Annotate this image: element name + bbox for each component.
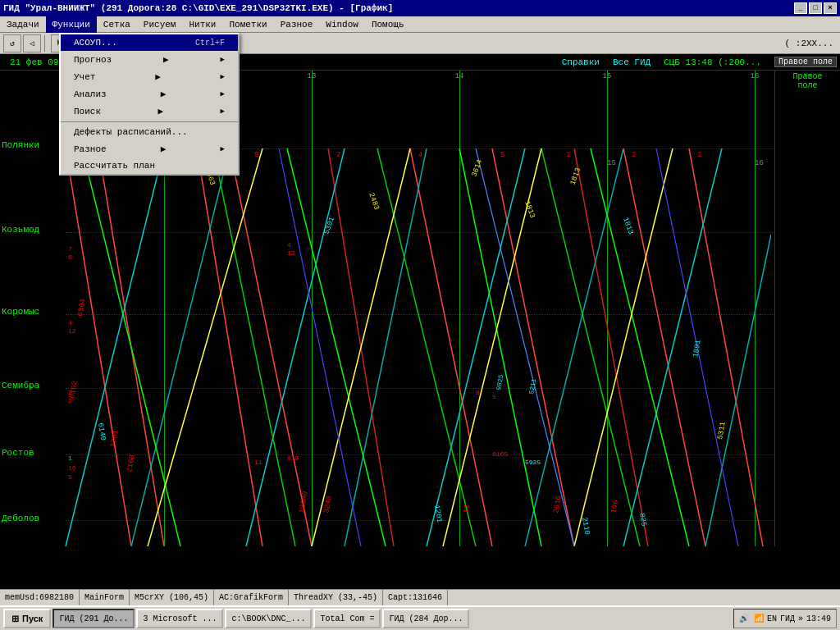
window-title: ГИД "Урал-ВНИИЖТ" (291 Дорога:28 C:\GID\… bbox=[3, 3, 393, 13]
svg-line-24 bbox=[591, 148, 689, 546]
sys-tray-icons: 🔊 📶 bbox=[739, 614, 764, 623]
status-acgrafik: AC:GrafikForm bbox=[214, 590, 289, 605]
refresh-button[interactable]: ↺ bbox=[3, 34, 21, 52]
svg-line-2 bbox=[197, 148, 262, 546]
menu-raznoe[interactable]: Разное bbox=[274, 16, 320, 33]
taskbar-book[interactable]: c:\BOOK\DNC_... bbox=[225, 609, 312, 628]
menu-prognoz-label: Прогноз bbox=[74, 55, 112, 65]
menu-asoup[interactable]: АСОУП... Ctrl+F bbox=[61, 34, 238, 51]
svg-line-7 bbox=[574, 148, 648, 546]
right-panel-toggle[interactable]: Правое поле bbox=[774, 57, 837, 67]
close-button[interactable]: × bbox=[824, 2, 837, 14]
menu-analiz-label: Анализ bbox=[74, 89, 107, 99]
start-button[interactable]: ⊞ Пуск bbox=[3, 609, 51, 628]
svg-text:1201: 1201 bbox=[432, 504, 444, 523]
title-bar: ГИД "Урал-ВНИИЖТ" (291 Дорога:28 C:\GID\… bbox=[0, 0, 840, 16]
svg-text:6162: 6162 bbox=[68, 381, 80, 399]
svg-text:2701: 2701 bbox=[109, 430, 121, 449]
svg-text:16: 16 bbox=[68, 464, 76, 472]
svg-text:4: 4 bbox=[287, 241, 291, 249]
menu-rasschitat[interactable]: Рассчитать план bbox=[61, 158, 238, 174]
start-label: Пуск bbox=[22, 614, 43, 623]
menu-risuem[interactable]: Рисуем bbox=[137, 16, 183, 33]
sys-tray: 🔊 📶 EN ГИД » 13:49 bbox=[733, 609, 837, 628]
svg-text:8: 8 bbox=[476, 389, 480, 396]
svg-text:825: 825 bbox=[637, 513, 648, 527]
svg-text:2: 2 bbox=[632, 151, 636, 159]
svg-text:5: 5 bbox=[492, 393, 496, 400]
svg-line-11 bbox=[131, 148, 230, 546]
menu-nitki[interactable]: Нитки bbox=[182, 16, 222, 33]
svg-text:2110: 2110 bbox=[580, 517, 591, 536]
svg-text:6165: 6165 bbox=[492, 450, 508, 458]
sys-tray-time: 13:49 bbox=[806, 614, 831, 623]
titlebar-controls: _ □ × bbox=[794, 2, 837, 14]
menu-setka[interactable]: Сетка bbox=[97, 16, 137, 33]
svg-text:5301: 5301 bbox=[322, 216, 336, 235]
taskbar-gid-291[interactable]: ГИД (291 До... bbox=[52, 609, 135, 628]
svg-text:5: 5 bbox=[500, 151, 504, 159]
menu-defekty[interactable]: Дефекты расписаний... bbox=[61, 124, 238, 140]
svg-text:2483: 2483 bbox=[367, 192, 381, 212]
taskbar-right: 🔊 📶 EN ГИД » 13:49 bbox=[733, 609, 837, 628]
svg-line-13 bbox=[345, 148, 427, 546]
svg-line-18 bbox=[82, 148, 180, 546]
svg-text:106: 106 bbox=[609, 500, 620, 514]
vse-gid[interactable]: Все ГИД bbox=[613, 57, 651, 67]
menu-pometki[interactable]: Пометки bbox=[222, 16, 273, 33]
maximize-button[interactable]: □ bbox=[809, 2, 822, 14]
menu-funktsii[interactable]: Функции bbox=[46, 16, 97, 33]
svg-text:12: 12 bbox=[287, 249, 295, 257]
spravki[interactable]: Справки bbox=[562, 57, 600, 67]
svg-text:9: 9 bbox=[68, 253, 72, 261]
toolbar-info: ( :2XX... bbox=[782, 39, 837, 48]
svg-text:5: 5 bbox=[68, 473, 72, 481]
taskbar-microsoft[interactable]: 3 Microsoft ... bbox=[136, 609, 223, 628]
svg-text:2616: 2616 bbox=[552, 495, 564, 514]
menu-uchet[interactable]: Учет ▶ bbox=[61, 68, 238, 85]
svg-text:1891: 1891 bbox=[692, 340, 703, 358]
svg-line-12 bbox=[246, 148, 345, 546]
menu-poisk[interactable]: Поиск ▶ bbox=[61, 103, 238, 120]
svg-text:1: 1 bbox=[68, 454, 72, 462]
svg-line-19 bbox=[213, 148, 295, 546]
svg-text:7: 7 bbox=[68, 245, 72, 253]
svg-text:6140: 6140 bbox=[96, 422, 107, 441]
date-display: 21 фев 09 bbox=[3, 57, 66, 67]
back-button[interactable]: ◁ bbox=[23, 34, 41, 52]
right-panel: Правоеполе bbox=[774, 71, 840, 546]
svg-text:4: 4 bbox=[68, 319, 72, 326]
taskbar-gid-284[interactable]: ГИД (284 Дор... bbox=[382, 609, 469, 628]
svg-text:15: 15 bbox=[607, 159, 616, 167]
svg-line-23 bbox=[541, 148, 640, 546]
minimize-button[interactable]: _ bbox=[794, 2, 807, 14]
menu-raznoe-sub[interactable]: Разное ▶ bbox=[61, 140, 238, 158]
menu-window[interactable]: Window bbox=[319, 16, 365, 33]
svg-line-17 bbox=[705, 235, 771, 546]
svg-line-3 bbox=[230, 148, 312, 546]
svg-text:12540: 12540 bbox=[298, 491, 310, 514]
menu-uchet-label: Учет bbox=[74, 72, 95, 82]
menu-help[interactable]: Помощь bbox=[365, 16, 411, 33]
svg-line-16 bbox=[623, 148, 722, 546]
svg-line-5 bbox=[410, 148, 492, 546]
menu-analiz[interactable]: Анализ ▶ bbox=[61, 85, 238, 103]
dropdown-sep-1 bbox=[61, 121, 238, 122]
sys-tray-arrows: » bbox=[798, 614, 803, 623]
scb-time: СЦБ 13:48 (:200... bbox=[664, 57, 761, 67]
right-info: Справки Все ГИД СЦБ 13:48 (:200... Право… bbox=[562, 57, 837, 67]
svg-line-10 bbox=[66, 148, 164, 546]
menu-prognoz[interactable]: Прогноз ▶ bbox=[61, 51, 238, 68]
svg-text:4: 4 bbox=[418, 151, 422, 159]
menu-zadachi[interactable]: Задачи bbox=[0, 16, 46, 33]
right-panel-content: Правоеполе bbox=[777, 72, 838, 90]
svg-line-20 bbox=[287, 148, 386, 546]
sys-tray-lang: EN bbox=[767, 614, 777, 623]
taskbar: ⊞ Пуск ГИД (291 До... 3 Microsoft ... c:… bbox=[0, 605, 840, 630]
menu-defekty-label: Дефекты расписаний... bbox=[74, 127, 188, 137]
svg-text:7: 7 bbox=[336, 151, 340, 159]
svg-text:9: 9 bbox=[254, 151, 258, 159]
svg-text:12: 12 bbox=[462, 504, 472, 514]
svg-text:12: 12 bbox=[68, 327, 76, 335]
taskbar-total-com[interactable]: Total Com = bbox=[313, 609, 381, 628]
